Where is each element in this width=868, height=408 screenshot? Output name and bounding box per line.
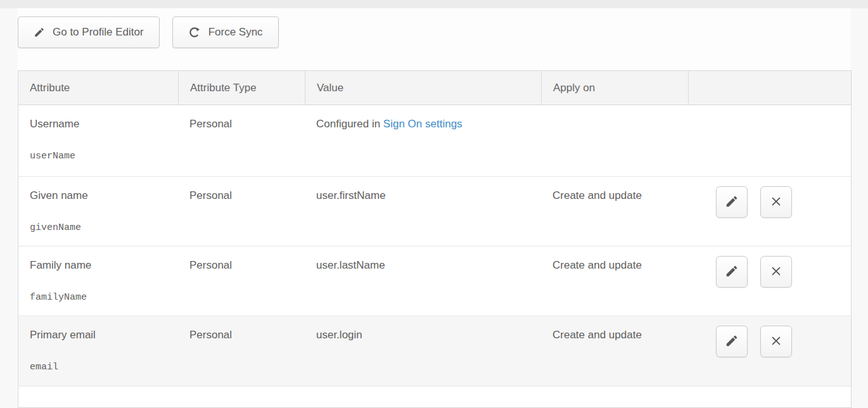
table-row-username: Username userName Personal Configured in… bbox=[18, 105, 851, 176]
value-cell: user.login bbox=[305, 316, 541, 386]
sign-on-settings-link[interactable]: Sign On settings bbox=[383, 118, 463, 130]
table-row-given-name: Given name givenName Personal user.first… bbox=[18, 176, 851, 246]
delete-attribute-button[interactable] bbox=[760, 186, 792, 218]
table-row-primary-email: Primary email email Personal user.login … bbox=[18, 316, 851, 386]
top-edge-strip bbox=[0, 0, 868, 8]
close-icon bbox=[770, 265, 782, 279]
attribute-label: Given name bbox=[30, 188, 170, 203]
delete-attribute-button[interactable] bbox=[760, 256, 792, 288]
attribute-variable-name: userName bbox=[30, 149, 170, 163]
column-header-attribute-type: Attribute Type bbox=[178, 71, 305, 105]
attribute-mappings-table: Attribute Attribute Type Value Apply on … bbox=[18, 70, 852, 408]
table-row-family-name: Family name familyName Personal user.las… bbox=[18, 246, 851, 316]
force-sync-label: Force Sync bbox=[208, 26, 263, 39]
close-icon bbox=[770, 195, 782, 210]
go-to-profile-editor-button[interactable]: Go to Profile Editor bbox=[18, 16, 160, 48]
pencil-icon bbox=[34, 27, 45, 38]
attribute-label: Primary email bbox=[30, 328, 170, 342]
value-cell: user.lastName bbox=[305, 246, 541, 316]
actions-cell bbox=[688, 316, 851, 386]
attribute-cell bbox=[18, 386, 178, 408]
delete-attribute-button[interactable] bbox=[760, 326, 792, 357]
close-icon bbox=[770, 335, 782, 349]
right-margin bbox=[851, 8, 868, 408]
value-cell: user.firstName bbox=[305, 177, 541, 246]
force-sync-button[interactable]: Force Sync bbox=[172, 16, 279, 48]
attribute-type-cell: Personal bbox=[178, 177, 305, 246]
column-header-attribute: Attribute bbox=[18, 71, 178, 105]
apply-on-cell: Create and update bbox=[541, 246, 688, 316]
apply-on-cell: Create and update bbox=[541, 316, 688, 386]
attribute-variable-name: givenName bbox=[30, 220, 170, 235]
actions-cell bbox=[688, 246, 851, 316]
edit-attribute-button[interactable] bbox=[716, 186, 748, 218]
edit-attribute-button[interactable] bbox=[716, 256, 748, 288]
attribute-type-cell: Personal bbox=[178, 246, 305, 316]
attribute-variable-name: familyName bbox=[30, 290, 170, 305]
table-row-partial bbox=[18, 386, 851, 408]
attribute-type-cell bbox=[178, 386, 305, 408]
edit-attribute-button[interactable] bbox=[716, 326, 748, 357]
go-to-profile-editor-label: Go to Profile Editor bbox=[53, 26, 144, 39]
sync-icon bbox=[188, 26, 201, 39]
attribute-type-cell: Personal bbox=[178, 105, 305, 176]
actions-cell bbox=[688, 177, 851, 246]
attribute-type-cell: Personal bbox=[178, 316, 305, 386]
value-cell: Configured in Sign On settings bbox=[305, 105, 541, 176]
apply-on-cell bbox=[541, 105, 688, 176]
left-margin bbox=[0, 8, 17, 408]
attribute-cell: Username userName bbox=[18, 105, 178, 176]
pencil-icon bbox=[725, 194, 739, 210]
column-header-actions bbox=[688, 71, 851, 105]
attribute-cell: Primary email email bbox=[18, 316, 178, 386]
value-text: Configured in bbox=[316, 118, 380, 130]
pencil-icon bbox=[725, 264, 739, 280]
table-header-row: Attribute Attribute Type Value Apply on bbox=[18, 71, 851, 105]
attribute-variable-name: email bbox=[30, 360, 170, 374]
attribute-label: Username bbox=[30, 117, 170, 131]
apply-on-cell: Create and update bbox=[541, 177, 688, 246]
value-cell bbox=[305, 386, 541, 408]
pencil-icon bbox=[725, 334, 739, 350]
attribute-cell: Given name givenName bbox=[18, 177, 178, 246]
attribute-cell: Family name familyName bbox=[18, 246, 178, 316]
toolbar: Go to Profile Editor Force Sync bbox=[18, 16, 279, 48]
attribute-label: Family name bbox=[30, 258, 170, 272]
column-header-apply-on: Apply on bbox=[541, 71, 688, 105]
apply-on-cell bbox=[541, 386, 688, 408]
actions-cell bbox=[688, 105, 851, 176]
column-header-value: Value bbox=[305, 71, 541, 105]
actions-cell bbox=[688, 386, 851, 408]
